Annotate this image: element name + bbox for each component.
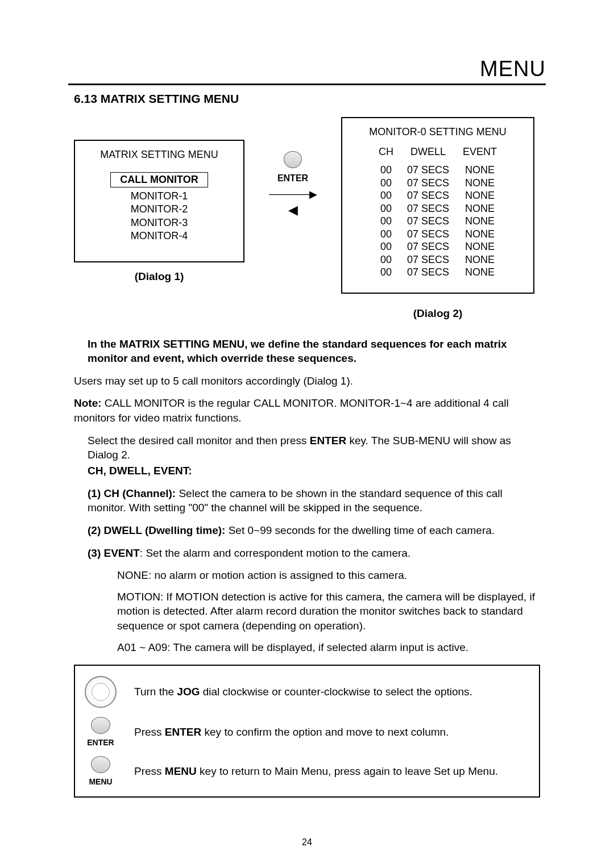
body-text: In the MATRIX SETTING MENU, we define th… — [74, 337, 540, 798]
nav-arrows: ENTER ──────▶ ◀ — [262, 117, 324, 218]
event-desc-motion: MOTION: If MOTION detection is active fo… — [117, 590, 540, 633]
arrow-left-icon: ◀ — [262, 203, 324, 218]
note-paragraph: Note: CALL MONITOR is the regular CALL M… — [74, 396, 540, 425]
paragraph: Select the desired call monitor and then… — [88, 433, 540, 462]
arrow-right-icon: ──────▶ — [262, 188, 324, 201]
instruction-menu: Press MENU key to return to Main Menu, p… — [134, 765, 529, 778]
dialog1-item[interactable]: MONITOR-2 — [80, 203, 239, 216]
table-row: 0007 SECSNONE — [372, 189, 504, 202]
jog-dial-icon — [85, 676, 117, 708]
dialog2-label: (Dialog 2) — [341, 307, 534, 320]
subheading: CH, DWELL, EVENT: — [88, 464, 540, 478]
page-title: MENU — [68, 57, 546, 81]
note-label: Note: — [74, 397, 102, 409]
table-row: 0007 SECSNONE — [372, 164, 504, 177]
list-item: (3) EVENT: Set the alarm and corresponde… — [88, 546, 540, 561]
menu-button-icon — [91, 756, 110, 773]
table-row: 0007 SECSNONE — [372, 202, 504, 215]
list-item: (2) DWELL (Dwelling time): Set 0~99 seco… — [88, 523, 540, 538]
list-item: (1) CH (Channel): Select the camera to b… — [88, 486, 540, 515]
table-row: 0007 SECSNONE — [372, 253, 504, 266]
dialog1-title: MATRIX SETTING MENU — [80, 149, 239, 161]
table-row: 0007 SECSNONE — [372, 228, 504, 241]
dialog2-title: MONITOR-0 SETTING MENU — [347, 126, 529, 138]
dialog1-label: (Dialog 1) — [74, 270, 244, 283]
table-row: 0007 SECSNONE — [372, 240, 504, 253]
table-row: 0007 SECSNONE — [372, 215, 504, 228]
dialog1-item[interactable]: MONITOR-4 — [80, 229, 239, 243]
intro-text: In the MATRIX SETTING MENU, we define th… — [88, 337, 540, 366]
instruction-jog: Turn the JOG dial clockwise or counter-c… — [134, 686, 529, 698]
dialog1-item[interactable]: MONITOR-1 — [80, 190, 239, 203]
event-desc-none: NONE: no alarm or motion action is assig… — [117, 568, 540, 583]
dialog1-selected-item[interactable]: CALL MONITOR — [110, 172, 208, 187]
col-header-ch: CH — [372, 146, 400, 164]
divider — [68, 84, 546, 85]
enter-button-icon — [91, 717, 110, 734]
dialog2-table: CH DWELL EVENT 0007 SECSNONE 0007 SECSNO… — [372, 146, 504, 279]
col-header-event: EVENT — [456, 146, 504, 164]
note-text: CALL MONITOR is the regular CALL MONITOR… — [74, 397, 509, 424]
dialog1-box: MATRIX SETTING MENU CALL MONITOR MONITOR… — [74, 140, 244, 262]
event-desc-alarm: A01 ~ A09: The camera will be displayed,… — [117, 640, 540, 655]
instructions-box: Turn the JOG dial clockwise or counter-c… — [74, 665, 540, 798]
paragraph: Users may set up to 5 call monitors acco… — [74, 374, 540, 389]
table-row: 0007 SECSNONE — [372, 177, 504, 190]
page-number: 24 — [0, 837, 614, 848]
instruction-enter: Press ENTER key to confirm the option an… — [134, 726, 529, 738]
dialog2-box: MONITOR-0 SETTING MENU CH DWELL EVENT 00… — [341, 117, 534, 294]
enter-button-label: ENTER — [81, 738, 121, 747]
section-heading: 6.13 MATRIX SETTING MENU — [74, 92, 546, 106]
col-header-dwell: DWELL — [400, 146, 456, 164]
menu-button-label: MENU — [81, 777, 121, 786]
enter-button-label: ENTER — [262, 173, 324, 183]
dialog1-item[interactable]: MONITOR-3 — [80, 216, 239, 229]
enter-button-icon — [284, 151, 302, 168]
table-row: 0007 SECSNONE — [372, 266, 504, 279]
diagrams-row: MATRIX SETTING MENU CALL MONITOR MONITOR… — [74, 117, 546, 320]
